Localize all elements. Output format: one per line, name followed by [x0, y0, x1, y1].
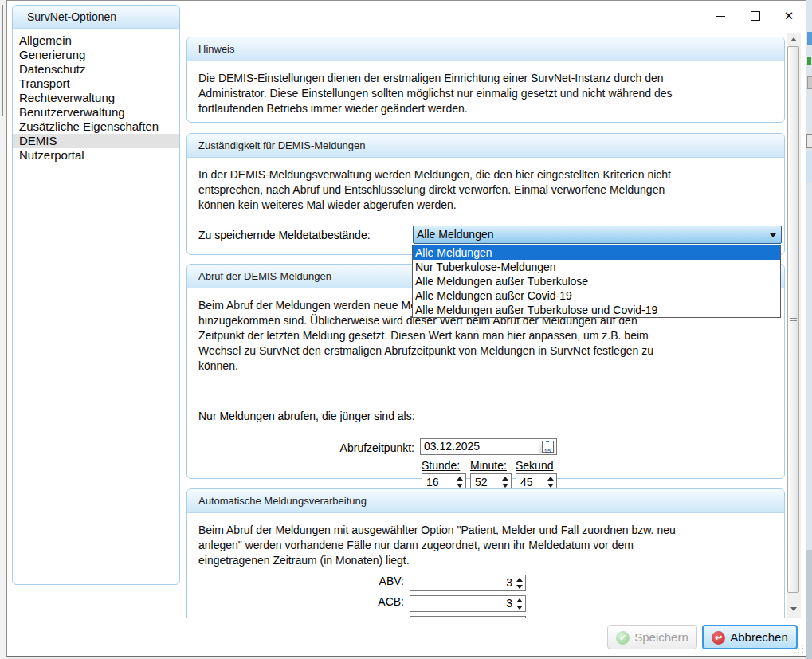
body-text-line: Die DEMIS-Einstellungen dienen der erstm…	[198, 71, 760, 86]
combobox-value: Alle Meldungen	[417, 228, 494, 241]
abv-months-input[interactable]: 3	[410, 575, 526, 591]
sidebar-item-benutzerverwaltung[interactable]: Benutzerverwaltung	[13, 105, 179, 120]
background-window-edge	[2, 5, 3, 116]
cancel-button-label: Abbrechen	[730, 630, 788, 644]
abv-value: 3	[506, 576, 512, 589]
spin-up-icon[interactable]	[516, 598, 523, 602]
calendar-icon-binding	[546, 441, 549, 442]
background-icon-fragment	[806, 151, 812, 183]
acb-months-input[interactable]: 3	[410, 595, 526, 612]
sidebar-item-zusaetzliche-eigenschaften[interactable]: Zusätzliche Eigenschaften	[13, 120, 179, 134]
section-zustaendigkeit: Zuständigkeit für DEMIS-Meldungen In der…	[186, 133, 785, 255]
spin-up-icon[interactable]	[547, 477, 554, 481]
spin-down-icon[interactable]	[547, 484, 554, 488]
body-text-line: anlegen" werden vorhandene Fälle nur dan…	[198, 538, 760, 553]
background-icon-fragment	[807, 57, 811, 65]
save-button[interactable]: ✔Speichern	[607, 625, 697, 649]
time-column-headers: Stunde:Minute:Sekund	[422, 459, 557, 472]
sidebar-item-allgemein[interactable]: Allgemein	[13, 33, 179, 48]
minute-value: 52	[475, 476, 488, 488]
settings-scroll-area: Hinweis Die DEMIS-Einstellungen dienen d…	[186, 33, 785, 619]
spin-up-icon[interactable]	[502, 477, 508, 481]
vertical-scrollbar[interactable]	[787, 33, 801, 619]
background-icon-fragment	[807, 32, 812, 45]
sekunde-header: Sekund	[516, 459, 557, 472]
save-button-label: Speichern	[634, 630, 688, 644]
sidebar-list: Allgemein Generierung Datenschutz Transp…	[13, 29, 179, 163]
section-hinweis-title: Hinweis	[187, 37, 784, 61]
stunde-header: Stunde:	[422, 459, 470, 472]
dropdown-option-alle-meldungen[interactable]: Alle Meldungen	[413, 245, 780, 260]
calendar-icon-day: 15	[543, 444, 553, 459]
spinner-arrows	[547, 476, 555, 488]
minute-header: Minute:	[470, 459, 516, 472]
sidebar-item-transport[interactable]: Transport	[13, 76, 179, 91]
spin-down-icon[interactable]	[457, 484, 463, 488]
sidebar-item-generierung[interactable]: Generierung	[13, 48, 179, 62]
section-zustaendigkeit-body: In der DEMIS-Meldungsverwaltung werden M…	[187, 158, 784, 213]
maximize-icon	[751, 11, 760, 21]
scroll-down-icon[interactable]	[790, 607, 797, 611]
body-text-line: können.	[198, 359, 760, 374]
hour-value: 16	[426, 476, 439, 488]
spin-down-icon[interactable]	[516, 606, 523, 610]
section-hinweis: Hinweis Die DEMIS-Einstellungen dienen d…	[186, 37, 785, 123]
check-icon: ✔	[616, 631, 630, 645]
section-hinweis-body: Die DEMIS-Einstellungen dienen der erstm…	[187, 61, 784, 116]
dropdown-option-ausser-covid19[interactable]: Alle Meldungen außer Covid-19	[413, 288, 780, 303]
body-text-line: Beim Abruf der Meldungen mit ausgewählte…	[198, 523, 760, 538]
spinner-arrows	[516, 577, 524, 590]
section-auto-body: Beim Abruf der Meldungen mit ausgewählte…	[187, 513, 784, 568]
abrufzeitpunkt-label: Abrufzeitpunkt:	[187, 441, 414, 454]
background-window-sliver-left	[0, 0, 6, 659]
meldetatbestaende-combobox[interactable]: Alle Meldungen	[413, 226, 782, 244]
background-icon-fragment	[806, 550, 812, 659]
chevron-down-icon	[770, 233, 776, 237]
scrollbar-grip-icon	[790, 316, 797, 323]
second-value: 45	[520, 476, 533, 488]
date-value: 03.12.2025	[424, 440, 480, 453]
dropdown-option-nur-tuberkulose[interactable]: Nur Tuberkulose-Meldungen	[413, 260, 780, 274]
spin-up-icon[interactable]	[457, 477, 463, 481]
minimize-icon	[716, 16, 725, 17]
sidebar-item-rechteverwaltung[interactable]: Rechteverwaltung	[13, 91, 179, 105]
close-button[interactable]: ✕	[777, 4, 801, 28]
minimize-button[interactable]	[708, 4, 732, 28]
maximize-button[interactable]	[743, 4, 767, 28]
sidebar-item-nutzerportal[interactable]: Nutzerportal	[13, 148, 179, 163]
body-text-line: entsprechen, nach Abruf und Entschlüssel…	[198, 182, 760, 198]
spin-down-icon[interactable]	[516, 585, 523, 589]
section-auto-title: Automatische Meldungsverarbeitung	[187, 489, 784, 513]
acb-label: ACB:	[261, 595, 404, 608]
calendar-picker-button[interactable]: 15	[539, 440, 555, 453]
resize-grip[interactable]	[794, 645, 804, 654]
sidebar-item-demis[interactable]: DEMIS	[13, 134, 179, 148]
spinner-arrows	[502, 476, 509, 488]
options-sidebar: SurvNet-Optionen Allgemein Generierung D…	[12, 5, 180, 585]
cancel-button[interactable]: ↩Abbrechen	[702, 625, 798, 649]
background-icon-fragment	[806, 134, 812, 148]
options-dialog-window: Optionen ✕ SurvNet-Optionen Allgemein Ge…	[6, 0, 806, 657]
filter-label: Nur Meldungen abrufen, die jünger sind a…	[198, 410, 415, 422]
background-icon-fragment	[807, 76, 812, 89]
scrollbar-thumb[interactable]	[787, 46, 799, 593]
body-text-line: Administrator. Diese Einstellungen sollt…	[198, 86, 760, 101]
body-text-line: eingetragenen Zeitraum (in Monaten) lieg…	[198, 553, 760, 568]
sidebar-item-datenschutz[interactable]: Datenschutz	[13, 62, 179, 76]
spin-up-icon[interactable]	[516, 578, 523, 582]
undo-arrow-icon: ↩	[712, 631, 725, 645]
abv-label: ABV:	[261, 575, 404, 587]
section-zustaendigkeit-title: Zuständigkeit für DEMIS-Meldungen	[187, 134, 784, 158]
section-automatische-verarbeitung: Automatische Meldungsverarbeitung Beim A…	[186, 488, 785, 619]
close-icon: ✕	[784, 9, 794, 22]
meldetatbestaende-label: Zu speichernde Meldetatbestände:	[198, 229, 371, 241]
spinner-arrows	[457, 476, 464, 488]
spin-down-icon[interactable]	[502, 484, 508, 488]
scroll-up-icon[interactable]	[790, 37, 797, 41]
date-input[interactable]: 03.12.2025 15	[420, 438, 557, 455]
spinner-arrows	[516, 598, 524, 610]
dropdown-option-ausser-tuberkulose[interactable]: Alle Meldungen außer Tuberkulose	[413, 274, 780, 288]
meldetatbestaende-dropdown-list: Alle Meldungen Nur Tuberkulose-Meldungen…	[412, 245, 781, 318]
body-text-line: Wechsel zu SurvNet den erstmaligen Abruf…	[198, 343, 760, 359]
dropdown-option-ausser-tb-und-covid19[interactable]: Alle Meldungen außer Tuberkulose und Cov…	[413, 303, 780, 317]
